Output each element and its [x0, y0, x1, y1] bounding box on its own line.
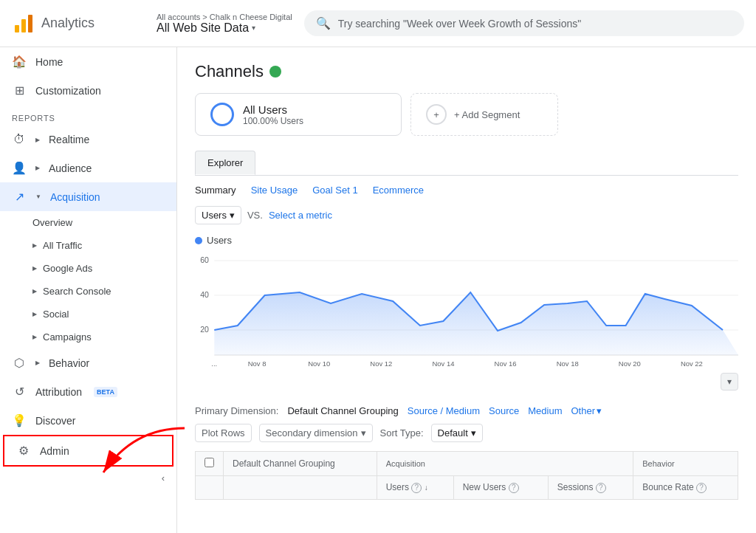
chart-scroll-button[interactable]: ▾ — [721, 373, 738, 391]
app-name: Analytics — [41, 16, 94, 31]
sidebar-item-realtime-label: Realtime — [49, 134, 89, 145]
select-metric-link[interactable]: Select a metric — [269, 210, 332, 221]
sidebar-sub-google-ads[interactable]: ▶ Google Ads — [0, 257, 176, 280]
audience-icon: 👤 — [12, 161, 27, 175]
behavior-group-label: Behavior — [642, 459, 674, 468]
metric-primary-label: Users — [202, 210, 227, 221]
other-label: Other — [571, 405, 595, 416]
primary-dim-source-medium[interactable]: Source / Medium — [408, 405, 480, 416]
tabs-row: Explorer — [195, 151, 738, 176]
add-segment-box[interactable]: + + Add Segment — [410, 93, 558, 136]
sidebar-item-customization[interactable]: ⊞ Customization — [0, 76, 176, 105]
segment-circle — [210, 103, 234, 126]
metric-dropdown-arrow: ▾ — [230, 210, 235, 221]
svg-text:Nov 8: Nov 8 — [248, 360, 267, 368]
logo-area: Analytics — [12, 12, 145, 35]
sidebar-item-admin[interactable]: ⚙ Admin — [3, 435, 173, 467]
metric-primary-dropdown[interactable]: Users ▾ — [195, 206, 241, 224]
search-icon: 🔍 — [316, 16, 331, 30]
tab-explorer[interactable]: Explorer — [195, 151, 255, 175]
sidebar-item-audience-label: Audience — [49, 162, 92, 174]
customization-icon: ⊞ — [12, 83, 27, 97]
plot-rows-button[interactable]: Plot Rows — [195, 424, 252, 442]
social-expand-icon: ▶ — [32, 311, 37, 317]
sort-dropdown[interactable]: Default ▾ — [431, 424, 483, 442]
discover-icon: 💡 — [12, 413, 27, 427]
segment-sub: 100.00% Users — [243, 116, 303, 126]
sidebar-sub-overview[interactable]: Overview — [0, 211, 176, 234]
sort-dropdown-arrow: ▾ — [471, 427, 476, 439]
primary-dim-source[interactable]: Source — [489, 405, 519, 416]
svg-text:Nov 22: Nov 22 — [681, 360, 703, 368]
bounce-rate-info-icon[interactable]: ? — [696, 483, 707, 493]
search-bar[interactable]: 🔍 Try searching "Week over Week Growth o… — [304, 10, 744, 36]
collapse-icon: ‹ — [162, 472, 165, 484]
sub-tab-site-usage[interactable]: Site Usage — [251, 185, 298, 196]
sessions-info-icon[interactable]: ? — [596, 483, 606, 493]
users-sort-icon[interactable]: ↓ — [425, 484, 428, 492]
campaigns-expand-icon: ▶ — [32, 334, 37, 340]
acquisition-group-label: Acquisition — [386, 459, 425, 468]
sidebar-collapse-button[interactable]: ‹ — [0, 467, 176, 489]
sidebar-item-acquisition-label: Acquisition — [50, 191, 100, 203]
sub-tab-goal-set[interactable]: Goal Set 1 — [312, 185, 357, 196]
svg-text:60: 60 — [200, 256, 209, 264]
filter-row: Plot Rows Secondary dimension ▾ Sort Typ… — [195, 424, 738, 442]
sidebar-sub-google-ads-label: Google Ads — [43, 263, 92, 274]
sidebar-sub-all-traffic[interactable]: ▶ All Traffic — [0, 234, 176, 257]
sidebar-item-discover-label: Discover — [35, 415, 75, 427]
acquisition-expand-icon: ▼ — [35, 193, 41, 200]
sidebar-sub-overview-label: Overview — [32, 217, 72, 228]
sidebar-sub-search-console[interactable]: ▶ Search Console — [0, 280, 176, 303]
vs-text: VS. — [247, 210, 263, 221]
secondary-dimension-button[interactable]: Secondary dimension ▾ — [259, 424, 373, 442]
sidebar-sub-social-label: Social — [43, 309, 69, 320]
svg-rect-1 — [21, 19, 26, 32]
segments-row: All Users 100.00% Users + + Add Segment — [195, 93, 738, 136]
sidebar-item-acquisition[interactable]: ↗ ▼ Acquisition — [0, 182, 176, 211]
sort-value: Default — [438, 427, 468, 439]
sidebar-item-home[interactable]: 🏠 Home — [0, 47, 176, 76]
acquisition-icon: ↗ — [12, 190, 27, 204]
table-subheader-empty2 — [224, 476, 377, 500]
primary-dim-medium[interactable]: Medium — [528, 405, 562, 416]
primary-dim-other[interactable]: Other ▾ — [571, 405, 602, 416]
property-selector[interactable]: All Web Site Data ▾ — [157, 21, 292, 35]
table-header-behavior: Behavior — [633, 452, 738, 476]
chart-scroll-area: ▾ — [195, 370, 738, 393]
sidebar-item-realtime[interactable]: ⏱ ▶ Realtime — [0, 125, 176, 154]
bounce-rate-col-label: Bounce Rate — [642, 482, 693, 492]
svg-text:Nov 18: Nov 18 — [557, 360, 579, 368]
sidebar-sub-campaigns[interactable]: ▶ Campaigns — [0, 326, 176, 348]
new-users-info-icon[interactable]: ? — [509, 483, 519, 493]
realtime-expand-icon: ▶ — [35, 137, 40, 143]
secondary-dimension-arrow: ▾ — [361, 427, 366, 439]
google-ads-expand-icon: ▶ — [32, 265, 37, 272]
chart-svg: 60 40 20 — [195, 252, 738, 370]
users-info-icon[interactable]: ? — [411, 483, 422, 493]
table-subheader-sessions: Sessions ? — [548, 476, 633, 500]
admin-icon: ⚙ — [16, 444, 31, 458]
sidebar-item-discover[interactable]: 💡 Discover — [0, 406, 176, 435]
segment-name: All Users — [243, 103, 303, 116]
behavior-icon: ⬡ — [12, 356, 27, 370]
new-users-col-label: New Users — [463, 482, 506, 492]
main-layout: 🏠 Home ⊞ Customization REPORTS ⏱ ▶ Realt… — [0, 47, 756, 533]
segment-info: All Users 100.00% Users — [243, 103, 303, 126]
primary-dimension-active[interactable]: Default Channel Grouping — [287, 405, 398, 416]
sidebar-item-audience[interactable]: 👤 ▶ Audience — [0, 154, 176, 182]
select-all-checkbox[interactable] — [205, 458, 214, 467]
sub-tab-summary[interactable]: Summary — [195, 185, 236, 196]
sidebar-item-attribution-label: Attribution — [35, 386, 82, 398]
users-col-label: Users — [386, 482, 409, 492]
sidebar-item-attribution[interactable]: ↺ Attribution BETA — [0, 377, 176, 406]
sidebar-sub-social[interactable]: ▶ Social — [0, 303, 176, 326]
chart-area: Users 60 40 20 — [195, 235, 738, 393]
sub-tab-ecommerce[interactable]: Ecommerce — [373, 185, 424, 196]
sidebar-item-behavior[interactable]: ⬡ ▶ Behavior — [0, 348, 176, 377]
table-subheader-empty1 — [196, 476, 224, 500]
property-name: All Web Site Data — [157, 21, 249, 35]
home-icon: 🏠 — [12, 55, 27, 69]
table-header-acquisition: Acquisition — [377, 452, 633, 476]
sidebar-item-admin-label: Admin — [40, 445, 69, 457]
